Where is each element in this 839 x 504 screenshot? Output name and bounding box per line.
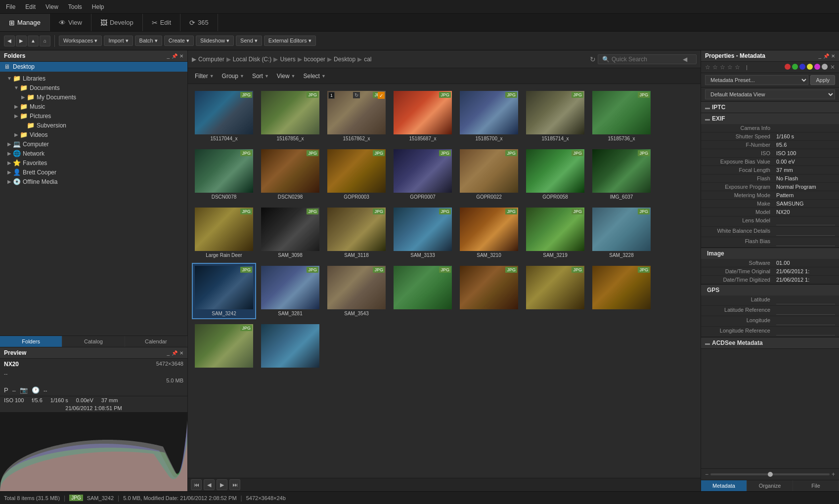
zoom-plus-icon[interactable]: + — [832, 471, 835, 478]
grid-end-btn[interactable]: ⏭ — [229, 479, 240, 490]
refresh-btn[interactable]: ↻ — [590, 55, 596, 63]
nav-up-btn[interactable]: ▲ — [28, 36, 39, 46]
zoom-minus-icon[interactable]: − — [705, 471, 708, 478]
nav-home-btn[interactable]: ⌂ — [40, 36, 50, 46]
tab-manage[interactable]: ⊞ Manage — [0, 14, 50, 31]
iptc-header[interactable]: ▬ IPTC — [701, 102, 839, 113]
preview-minimize-btn[interactable]: _ — [167, 350, 170, 356]
grid-item-30[interactable] — [258, 321, 322, 371]
view-select[interactable]: Default Metadata View — [705, 89, 835, 99]
reject-icon[interactable]: ✕ — [830, 64, 835, 71]
path-computer[interactable]: Computer — [198, 56, 224, 63]
quick-search-input[interactable] — [612, 56, 681, 63]
toggle-libraries[interactable]: ▼ — [6, 76, 13, 81]
tab-calendar[interactable]: Calendar — [125, 336, 187, 347]
grid-item-8[interactable]: JPGDSCN0078 — [192, 146, 256, 203]
star-3[interactable]: ☆ — [720, 64, 725, 71]
zoom-slider[interactable] — [710, 473, 830, 475]
select-btn[interactable]: Select ▼ — [301, 72, 329, 81]
grid-item-5[interactable]: JPG15185700_x — [457, 88, 521, 144]
grid-item-3[interactable]: JPG1✓↻15167862_x — [324, 88, 389, 144]
gps-header[interactable]: GPS — [701, 285, 839, 295]
grid-item-16[interactable]: JPGSAM_3098 — [258, 205, 322, 261]
tab-develop[interactable]: 🖼 Develop — [91, 14, 143, 31]
grid-item-14[interactable]: JPGIMG_6037 — [589, 146, 654, 203]
path-users[interactable]: Users — [280, 56, 295, 63]
tree-item-favorites[interactable]: ▶ ⭐ Favorites — [0, 158, 187, 168]
preview-close-btn[interactable]: ✕ — [179, 350, 183, 356]
color-dot-gray[interactable] — [822, 64, 828, 70]
grid-item-28[interactable]: JPG — [589, 263, 654, 319]
send-btn[interactable]: Send ▾ — [236, 36, 262, 46]
toggle-pictures[interactable]: ▶ — [13, 113, 20, 119]
grid-item-20[interactable]: JPGSAM_3219 — [523, 205, 587, 261]
color-dot-blue[interactable] — [799, 64, 805, 70]
workspaces-btn[interactable]: Workspaces ▾ — [59, 36, 102, 46]
filter-btn[interactable]: Filter ▼ — [192, 72, 217, 81]
tab-catalog[interactable]: Catalog — [62, 336, 125, 347]
grid-item-23[interactable]: JPGSAM_3281 — [258, 263, 322, 319]
path-cal[interactable]: cal — [364, 56, 371, 63]
grid-item-13[interactable]: JPGGOPR0058 — [523, 146, 587, 203]
grid-item-1[interactable]: JPG15117044_x — [192, 88, 256, 144]
toggle-brett[interactable]: ▶ — [6, 169, 13, 175]
menu-view[interactable]: View — [44, 2, 60, 11]
grid-item-9[interactable]: JPGDSCN0298 — [258, 146, 322, 203]
path-bcooper[interactable]: bcooper — [304, 56, 325, 63]
tree-item-brett[interactable]: ▶ 👤 Brett Cooper — [0, 168, 187, 177]
toggle-mydocs[interactable]: ▶ — [20, 94, 27, 100]
group-btn[interactable]: Group ▼ — [219, 72, 247, 81]
create-btn[interactable]: Create ▾ — [164, 36, 194, 46]
props-close-btn[interactable]: ✕ — [831, 53, 835, 59]
slideshow-btn[interactable]: Slideshow ▾ — [196, 36, 234, 46]
tree-item-mydocs[interactable]: ▶ 📁 My Documents — [0, 92, 187, 102]
grid-item-25[interactable]: JPG — [391, 263, 455, 319]
tab-folders[interactable]: Folders — [0, 336, 62, 347]
tree-item-subversion[interactable]: 📁 Subversion — [0, 121, 187, 130]
right-tab-file[interactable]: File — [793, 480, 839, 491]
grid-item-15[interactable]: JPGLarge Rain Deer — [192, 205, 256, 261]
path-localdisk[interactable]: Local Disk (C:) — [233, 56, 272, 63]
grid-item-18[interactable]: JPGSAM_3133 — [391, 205, 455, 261]
grid-item-4[interactable]: JPG15185687_x — [391, 88, 455, 144]
grid-item-19[interactable]: JPGSAM_3210 — [457, 205, 521, 261]
star-5[interactable]: ☆ — [735, 64, 740, 71]
color-dot-yellow[interactable] — [807, 64, 813, 70]
tree-item-computer[interactable]: ▶ 💻 Computer — [0, 139, 187, 149]
view-btn[interactable]: View ▼ — [274, 72, 299, 81]
toggle-videos[interactable]: ▶ — [13, 132, 20, 137]
folders-close-btn[interactable]: ✕ — [179, 53, 183, 59]
grid-item-6[interactable]: JPG15185714_x — [523, 88, 587, 144]
menu-help[interactable]: Help — [90, 2, 106, 11]
external-editors-btn[interactable]: External Editors ▾ — [264, 36, 316, 46]
right-tab-organize[interactable]: Organize — [747, 480, 793, 491]
quick-search-collapse-btn[interactable]: ◀ — [683, 56, 687, 63]
tab-edit[interactable]: ✂ Edit — [143, 14, 180, 31]
grid-item-11[interactable]: JPGGOPR0007 — [391, 146, 455, 203]
star-2[interactable]: ☆ — [712, 64, 718, 71]
tab-view[interactable]: 👁 View — [50, 14, 91, 31]
nav-back-btn[interactable]: ◀ — [4, 36, 15, 46]
folders-minimize-btn[interactable]: _ — [167, 53, 170, 59]
folders-pin-btn[interactable]: 📌 — [172, 53, 177, 59]
toggle-favorites[interactable]: ▶ — [6, 160, 13, 166]
props-minimize-btn[interactable]: _ — [818, 53, 821, 59]
tree-item-offline[interactable]: ▶ 💿 Offline Media — [0, 177, 187, 186]
grid-item-10[interactable]: JPGGOPR0003 — [324, 146, 389, 203]
tree-item-pictures[interactable]: ▶ 📁 Pictures — [0, 111, 187, 121]
color-dot-green[interactable] — [792, 64, 798, 70]
grid-start-btn[interactable]: ⏮ — [191, 479, 202, 490]
star-4[interactable]: ☆ — [727, 64, 733, 71]
toggle-music[interactable]: ▶ — [13, 104, 20, 109]
right-tab-metadata[interactable]: Metadata — [701, 480, 747, 491]
color-dot-purple[interactable] — [814, 64, 820, 70]
toggle-computer[interactable]: ▶ — [6, 141, 13, 147]
grid-item-17[interactable]: JPGSAM_3118 — [324, 205, 389, 261]
menu-edit[interactable]: Edit — [23, 2, 38, 11]
metadata-preset-select[interactable]: Metadata Preset... — [705, 75, 808, 85]
grid-item-21[interactable]: JPGSAM_3228 — [589, 205, 654, 261]
tab-365[interactable]: ⟳ 365 — [180, 14, 218, 31]
toggle-documents[interactable]: ▼ — [13, 85, 20, 90]
color-dot-red[interactable] — [785, 64, 791, 70]
grid-item-26[interactable]: JPG — [457, 263, 521, 319]
